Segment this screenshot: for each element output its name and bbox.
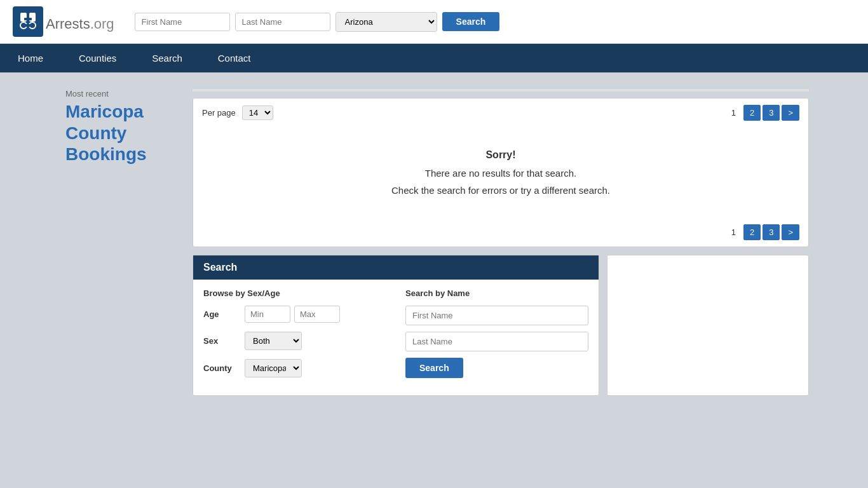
search-panel-body: Browse by Sex/Age Age Sex — [193, 280, 599, 395]
search-name-button[interactable]: Search — [405, 358, 463, 378]
nav-item-contact[interactable]: Contact — [200, 44, 269, 72]
results-box: Per page 10 14 25 50 1 2 3 > — [193, 98, 809, 247]
browse-section: Browse by Sex/Age Age Sex — [203, 288, 386, 386]
no-results-message: Sorry! There are no results for that sea… — [202, 127, 799, 218]
county-field-row: County Maricopa Pima Pinal Yavapai — [203, 359, 386, 377]
search-first-name-input[interactable] — [405, 306, 588, 325]
search-panel-header: Search — [193, 255, 599, 280]
bottom-page-2[interactable]: 2 — [743, 224, 761, 240]
no-results-line3: Check the search for errors or try a dif… — [208, 182, 793, 199]
age-field-row: Age — [203, 306, 386, 323]
top-rule — [193, 89, 809, 92]
top-pagination: 1 2 3 > — [726, 105, 799, 121]
page-2[interactable]: 2 — [743, 105, 761, 121]
left-sidebar: Most recent MaricopaCountyBookings — [59, 79, 186, 396]
full-right-panel: Per page 10 14 25 50 1 2 3 > — [193, 79, 809, 396]
header: Arrests.org ArizonaCaliforniaFloridaTexa… — [0, 0, 868, 44]
age-inputs — [245, 306, 340, 323]
no-results-line2: There are no results for that search. — [208, 165, 793, 182]
name-section: Search by Name Search — [405, 288, 588, 386]
ad-panel — [607, 255, 809, 396]
content-wrapper: Most recent MaricopaCountyBookings Per p… — [59, 72, 809, 402]
header-search-button[interactable]: Search — [442, 12, 500, 31]
county-inputs: Maricopa Pima Pinal Yavapai — [245, 359, 302, 377]
per-page-label: Per page — [202, 108, 236, 118]
bottom-page-3[interactable]: 3 — [763, 224, 780, 240]
sorry-heading: Sorry! — [208, 146, 793, 165]
page-1: 1 — [726, 105, 742, 120]
header-search-form: ArizonaCaliforniaFloridaTexasNew York Se… — [135, 12, 855, 32]
header-state-select[interactable]: ArizonaCaliforniaFloridaTexasNew York — [336, 12, 437, 32]
name-section-title: Search by Name — [405, 288, 588, 298]
nav-item-home[interactable]: Home — [0, 44, 61, 72]
bottom-page-1: 1 — [726, 225, 742, 240]
search-panel: Search Browse by Sex/Age Age — [193, 255, 599, 396]
logo-icon — [13, 6, 43, 37]
page-3[interactable]: 3 — [763, 105, 780, 121]
header-first-name-input[interactable] — [135, 13, 230, 31]
search-last-name-input[interactable] — [405, 332, 588, 351]
sex-inputs: Both Male Female — [245, 332, 302, 350]
logo-area[interactable]: Arrests.org — [13, 6, 114, 37]
svg-rect-2 — [24, 18, 32, 20]
most-recent-label: Most recent — [65, 89, 180, 98]
header-last-name-input[interactable] — [235, 13, 330, 31]
bottom-next-page-button[interactable]: > — [782, 224, 799, 240]
sex-label: Sex — [203, 336, 245, 346]
svg-rect-5 — [25, 24, 31, 27]
county-label: County — [203, 363, 245, 373]
next-page-button[interactable]: > — [782, 105, 799, 121]
browse-section-title: Browse by Sex/Age — [203, 288, 386, 298]
bottom-section: Search Browse by Sex/Age Age — [193, 255, 809, 396]
logo-brand: Arrests — [46, 16, 90, 32]
per-page-row: Per page 10 14 25 50 1 2 3 > — [202, 105, 799, 121]
logo-suffix: .org — [90, 16, 114, 32]
nav-item-counties[interactable]: Counties — [61, 44, 134, 72]
age-max-input[interactable] — [294, 306, 340, 323]
county-select[interactable]: Maricopa Pima Pinal Yavapai — [245, 359, 302, 377]
navigation: Home Counties Search Contact — [0, 44, 868, 72]
per-page-control: Per page 10 14 25 50 — [202, 105, 273, 120]
site-logo-text: Arrests.org — [46, 10, 114, 34]
per-page-select[interactable]: 10 14 25 50 — [242, 105, 273, 120]
sex-field-row: Sex Both Male Female — [203, 332, 386, 350]
age-min-input[interactable] — [245, 306, 290, 323]
bottom-pagination: 1 2 3 > — [726, 224, 799, 240]
main-content: Most recent MaricopaCountyBookings Per p… — [53, 72, 815, 402]
county-title: MaricopaCountyBookings — [65, 101, 180, 165]
sex-select[interactable]: Both Male Female — [245, 332, 302, 350]
nav-item-search[interactable]: Search — [134, 44, 200, 72]
age-label: Age — [203, 309, 245, 319]
